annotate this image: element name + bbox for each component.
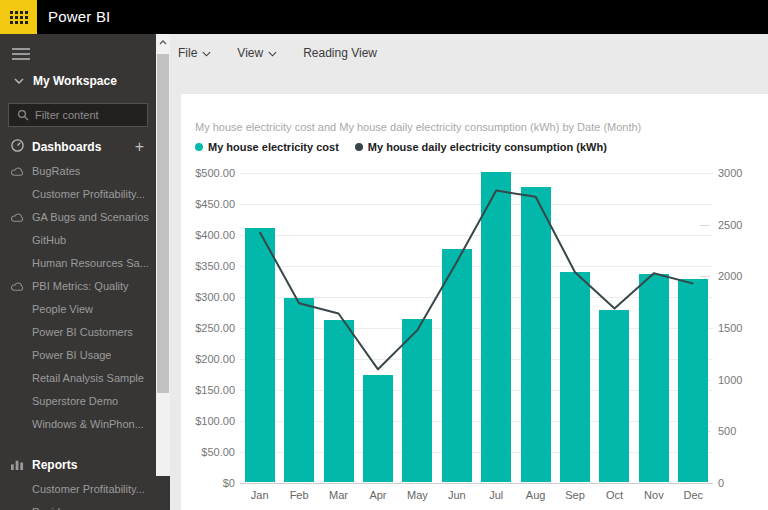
y-axis-label-left: $200.00 <box>183 353 235 365</box>
sidebar-item-github[interactable]: GitHub <box>0 228 156 251</box>
menu-file[interactable]: File <box>178 46 211 60</box>
x-axis-label-mar: Mar <box>329 489 348 501</box>
sidebar-scrollbar[interactable] <box>156 34 170 476</box>
chart-line <box>240 173 713 483</box>
chart-title: My house electricity cost and My house d… <box>195 121 641 133</box>
legend-label: My house electricity cost <box>208 141 339 153</box>
menu-item-label: File <box>178 46 197 60</box>
sidebar-item-label: David <box>32 506 60 510</box>
gridline <box>240 483 713 484</box>
x-axis-label-apr: Apr <box>369 489 386 501</box>
x-axis-label-sep: Sep <box>565 489 585 501</box>
sidebar-item-windows-winphon[interactable]: Windows & WinPhon... <box>0 412 156 435</box>
sidebar-item-retail-analysis-sample[interactable]: Retail Analysis Sample <box>0 366 156 389</box>
sidebar-item-customer-profitability[interactable]: Customer Profitability... <box>0 182 156 205</box>
add-dashboards-button[interactable]: + <box>135 137 144 157</box>
legend-item-cost: My house electricity cost <box>195 141 339 153</box>
y-axis-label-right: 2000 <box>718 270 742 282</box>
y-axis-label-left: $250.00 <box>183 322 235 334</box>
report-menubar: FileViewReading View <box>178 42 403 64</box>
sidebar-item-label: Retail Analysis Sample <box>32 372 144 384</box>
y-axis-label-left: $50.00 <box>183 446 235 458</box>
sidebar-item-david[interactable]: David <box>0 500 156 510</box>
power-bi-app: Power BI My Workspace Dashboards+BugRate… <box>0 0 768 510</box>
x-axis-label-jul: Jul <box>489 489 503 501</box>
shared-icon <box>11 208 25 226</box>
bar-chart-icon <box>9 456 25 474</box>
y-axis-label-left: $350.00 <box>183 260 235 272</box>
y-axis-label-left: $400.00 <box>183 229 235 241</box>
sidebar-item-human-resources-sa[interactable]: Human Resources Sa... <box>0 251 156 274</box>
y-axis-label-left: $150.00 <box>183 384 235 396</box>
y-axis-label-left: $450.00 <box>183 198 235 210</box>
y-axis-label-right: 1500 <box>718 322 742 334</box>
sidebar-item-power-bi-usage[interactable]: Power BI Usage <box>0 343 156 366</box>
chevron-down-icon <box>197 46 211 60</box>
sidebar-section-dashboards[interactable]: Dashboards+ <box>0 135 156 159</box>
menu-item-label: Reading View <box>303 46 377 60</box>
sidebar-item-power-bi-customers[interactable]: Power BI Customers <box>0 320 156 343</box>
sidebar-item-bugrates[interactable]: BugRates <box>0 159 156 182</box>
shared-icon <box>11 277 25 295</box>
y-axis-label-right: 2500 <box>718 219 742 231</box>
scrollbar-thumb[interactable] <box>157 54 169 393</box>
filter-content-box <box>8 103 148 127</box>
x-axis-label-may: May <box>407 489 428 501</box>
hamburger-menu-icon[interactable] <box>12 48 30 60</box>
sidebar-item-ga-bugs-and-scenarios[interactable]: GA Bugs and Scenarios <box>0 205 156 228</box>
app-title: Power BI <box>48 8 110 25</box>
top-app-bar: Power BI <box>0 0 768 34</box>
x-axis-label-jun: Jun <box>448 489 466 501</box>
sidebar-item-people-view[interactable]: People View <box>0 297 156 320</box>
report-canvas: My house electricity cost and My house d… <box>181 94 768 510</box>
y-axis-label-left: $500.00 <box>183 167 235 179</box>
scrollbar-up-arrow[interactable] <box>156 34 170 50</box>
workspace-selector[interactable]: My Workspace <box>0 68 156 94</box>
x-axis-label-feb: Feb <box>290 489 309 501</box>
filter-content-input[interactable] <box>35 109 147 121</box>
legend-item-consumption: My house daily electricity consumption (… <box>355 141 607 153</box>
chevron-up-icon <box>159 40 167 45</box>
menu-view[interactable]: View <box>237 46 277 60</box>
sidebar-item-label: GA Bugs and Scenarios <box>32 211 149 223</box>
y-axis-label-left: $0 <box>183 477 235 489</box>
y-axis-label-left: $300.00 <box>183 291 235 303</box>
x-axis-label-dec: Dec <box>684 489 704 501</box>
sidebar-item-label: People View <box>32 303 93 315</box>
sidebar-item-label: Windows & WinPhon... <box>32 418 144 430</box>
chevron-down-icon <box>263 46 277 60</box>
sidebar-item-label: Superstore Demo <box>32 395 118 407</box>
app-launcher-button[interactable] <box>0 0 37 34</box>
legend-dot <box>195 143 203 151</box>
y-axis-label-right: 500 <box>718 425 736 437</box>
workspace-label: My Workspace <box>33 74 117 88</box>
legend-dot <box>355 143 363 151</box>
sidebar-item-label: Power BI Usage <box>32 349 111 361</box>
sidebar-nav: Dashboards+BugRatesCustomer Profitabilit… <box>0 135 156 510</box>
sidebar-item-pbi-metrics-quality[interactable]: PBI Metrics: Quality <box>0 274 156 297</box>
x-axis-label-jan: Jan <box>251 489 269 501</box>
sidebar-item-customer-profitability[interactable]: Customer Profitability... <box>0 477 156 500</box>
sidebar-item-label: Human Resources Sa... <box>32 257 149 269</box>
main-content: FileViewReading View My house electricit… <box>170 34 768 510</box>
menu-item-label: View <box>237 46 263 60</box>
menu-reading-view[interactable]: Reading View <box>303 46 377 60</box>
y-axis-label-left: $100.00 <box>183 415 235 427</box>
sidebar-item-label: Power BI Customers <box>32 326 133 338</box>
gauge-icon <box>9 138 25 157</box>
sidebar-section-reports[interactable]: Reports <box>0 453 156 477</box>
sidebar-item-label: Customer Profitability... <box>32 188 145 200</box>
x-axis-label-aug: Aug <box>526 489 546 501</box>
sidebar: My Workspace Dashboards+BugRatesCustomer… <box>0 34 170 510</box>
y-axis-label-right: 0 <box>718 477 724 489</box>
sidebar-item-label: PBI Metrics: Quality <box>32 280 129 292</box>
x-axis-label-nov: Nov <box>644 489 664 501</box>
chart-legend: My house electricity costMy house daily … <box>195 141 623 153</box>
sidebar-item-superstore-demo[interactable]: Superstore Demo <box>0 389 156 412</box>
x-axis-label-oct: Oct <box>606 489 623 501</box>
y-axis-label-right: 1000 <box>718 374 742 386</box>
chevron-down-icon <box>14 78 24 84</box>
y-axis-label-right: 3000 <box>718 167 742 179</box>
shared-icon <box>11 162 25 180</box>
chart-plot-area <box>240 173 713 483</box>
